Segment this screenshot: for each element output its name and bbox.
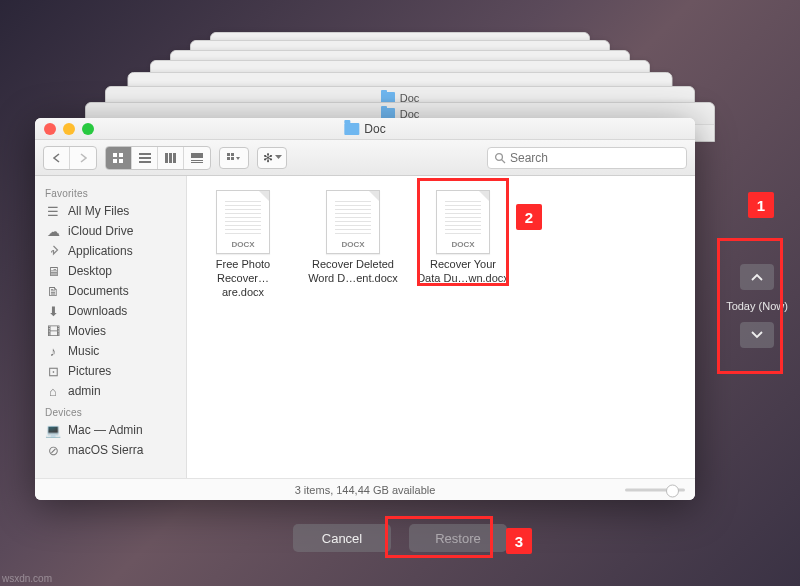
view-buttons [105, 146, 211, 170]
annotation-box-1 [717, 238, 783, 374]
svg-rect-4 [139, 153, 151, 155]
sidebar-item-downloads[interactable]: ⬇Downloads [35, 301, 186, 321]
svg-rect-15 [227, 157, 230, 160]
svg-rect-16 [231, 157, 234, 160]
svg-rect-7 [165, 153, 168, 163]
sidebar-item-movies[interactable]: 🎞Movies [35, 321, 186, 341]
icloud-icon: ☁ [45, 224, 61, 238]
sidebar: Favorites ☰All My Files ☁iCloud Drive Ap… [35, 176, 187, 478]
list-view-button[interactable] [132, 147, 158, 169]
svg-rect-3 [119, 159, 123, 163]
minimize-button[interactable] [63, 123, 75, 135]
svg-rect-6 [139, 161, 151, 163]
svg-rect-11 [191, 160, 203, 161]
window-controls [44, 123, 94, 135]
svg-rect-9 [173, 153, 176, 163]
disk-icon: 💻 [45, 423, 61, 437]
back-button[interactable] [44, 147, 70, 169]
svg-rect-1 [119, 153, 123, 157]
nav-buttons [43, 146, 97, 170]
svg-rect-0 [113, 153, 117, 157]
sidebar-item-desktop[interactable]: 🖥Desktop [35, 261, 186, 281]
sidebar-item-music[interactable]: ♪Music [35, 341, 186, 361]
annotation-box-3 [385, 516, 493, 558]
file-item[interactable]: DOCX Recover Deleted Word D…ent.docx [307, 190, 399, 286]
status-text: 3 items, 144,44 GB available [295, 484, 436, 496]
sidebar-heading-devices: Devices [35, 401, 186, 420]
icon-view-button[interactable] [106, 147, 132, 169]
docx-icon: DOCX [326, 190, 380, 254]
zoom-slider[interactable] [625, 488, 685, 491]
annotation-box-2 [417, 178, 509, 286]
gear-icon: ✻ [263, 151, 273, 165]
annotation-badge-3: 3 [506, 528, 532, 554]
downloads-icon: ⬇ [45, 304, 61, 318]
sidebar-heading-favorites: Favorites [35, 182, 186, 201]
column-view-button[interactable] [158, 147, 184, 169]
close-button[interactable] [44, 123, 56, 135]
desktop-icon: 🖥 [45, 264, 61, 278]
file-item[interactable]: DOCX Free Photo Recover…are.docx [197, 190, 289, 299]
svg-rect-12 [191, 162, 203, 163]
folder-icon [344, 123, 359, 135]
home-icon: ⌂ [45, 384, 61, 398]
all-files-icon: ☰ [45, 204, 61, 218]
svg-rect-8 [169, 153, 172, 163]
file-name: Free Photo Recover…are.docx [197, 258, 289, 299]
search-input[interactable] [510, 151, 680, 165]
pictures-icon: ⊡ [45, 364, 61, 378]
apps-icon [45, 244, 61, 258]
sidebar-item-home[interactable]: ⌂admin [35, 381, 186, 401]
annotation-badge-1: 1 [748, 192, 774, 218]
movies-icon: 🎞 [45, 324, 61, 338]
file-name: Recover Deleted Word D…ent.docx [307, 258, 399, 286]
svg-line-18 [502, 159, 505, 162]
svg-rect-5 [139, 157, 151, 159]
svg-point-17 [496, 153, 503, 160]
svg-rect-10 [191, 153, 203, 158]
toolbar: ✻ [35, 140, 695, 176]
svg-rect-13 [227, 153, 230, 156]
titlebar: Doc [35, 118, 695, 140]
sidebar-item-applications[interactable]: Applications [35, 241, 186, 261]
maximize-button[interactable] [82, 123, 94, 135]
coverflow-view-button[interactable] [184, 147, 210, 169]
sidebar-item-sierra[interactable]: ⊘macOS Sierra [35, 440, 186, 460]
music-icon: ♪ [45, 344, 61, 358]
sidebar-item-icloud[interactable]: ☁iCloud Drive [35, 221, 186, 241]
search-icon [494, 152, 506, 164]
sidebar-item-documents[interactable]: 🗎Documents [35, 281, 186, 301]
watermark: wsxdn.com [2, 573, 52, 584]
cancel-button[interactable]: Cancel [293, 524, 391, 552]
sidebar-item-all-files[interactable]: ☰All My Files [35, 201, 186, 221]
disk-icon: ⊘ [45, 443, 61, 457]
svg-rect-14 [231, 153, 234, 156]
action-button[interactable]: ✻ [257, 147, 287, 169]
documents-icon: 🗎 [45, 284, 61, 298]
status-bar: 3 items, 144,44 GB available [35, 478, 695, 500]
sidebar-item-pictures[interactable]: ⊡Pictures [35, 361, 186, 381]
window-title: Doc [364, 122, 385, 136]
svg-rect-2 [113, 159, 117, 163]
docx-icon: DOCX [216, 190, 270, 254]
finder-window: Doc [35, 118, 695, 500]
search-field[interactable] [487, 147, 687, 169]
forward-button[interactable] [70, 147, 96, 169]
annotation-badge-2: 2 [516, 204, 542, 230]
sidebar-item-mac[interactable]: 💻Mac — Admin [35, 420, 186, 440]
arrange-button[interactable] [219, 147, 249, 169]
